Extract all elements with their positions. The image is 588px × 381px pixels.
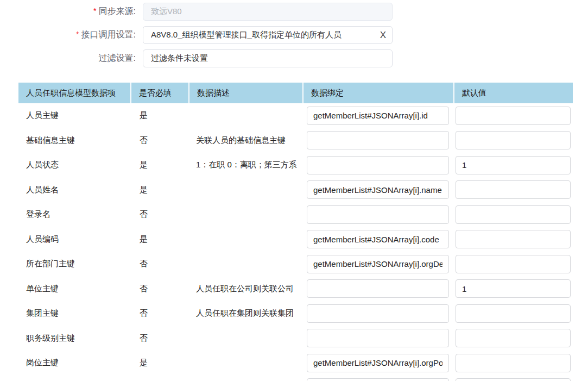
binding-input[interactable] — [307, 230, 449, 248]
default-input[interactable] — [456, 329, 571, 347]
binding-input[interactable] — [307, 255, 449, 273]
cell-item: 单位主键 — [18, 284, 130, 294]
form-row-sync-source: *同步来源: — [0, 3, 588, 21]
cell-required: 是 — [130, 110, 188, 121]
cell-default — [453, 354, 573, 372]
cell-required: 否 — [130, 308, 188, 318]
clear-icon[interactable]: X — [380, 30, 386, 40]
cell-required: 是 — [130, 185, 188, 195]
interface-setting-label: *接口调用设置: — [0, 29, 136, 41]
cell-binding — [302, 329, 453, 347]
table-row: 人员姓名 是 — [18, 178, 573, 203]
table-row: 职务级别主键 否 — [18, 326, 573, 351]
cell-required: 否 — [130, 333, 188, 343]
table-row: 岗位主键 是 — [18, 351, 573, 376]
cell-binding — [302, 131, 453, 149]
required-asterisk: * — [93, 7, 96, 15]
binding-input[interactable] — [307, 279, 449, 298]
cell-desc: 人员任职在集团则关联集团 — [188, 308, 302, 318]
cell-binding — [302, 156, 453, 174]
default-input[interactable] — [456, 378, 571, 381]
cell-default — [453, 304, 573, 323]
cell-required: 是 — [130, 358, 188, 368]
cell-item: 人员姓名 — [18, 185, 130, 195]
cell-binding — [302, 304, 453, 323]
sync-source-label-text: 同步来源: — [99, 7, 136, 16]
cell-item: 登录名 — [18, 209, 130, 220]
binding-input[interactable] — [307, 205, 449, 224]
interface-setting-label-text: 接口调用设置: — [81, 30, 136, 39]
default-input[interactable] — [456, 304, 571, 323]
cell-item: 人员状态 — [18, 160, 130, 170]
cell-binding — [302, 378, 453, 381]
cell-required: 否 — [130, 135, 188, 146]
sync-source-input — [143, 3, 393, 21]
cell-binding — [302, 107, 453, 125]
table-row: 所在部门主键 否 — [18, 252, 573, 277]
table-row — [18, 376, 573, 381]
cell-default — [453, 107, 573, 125]
binding-input[interactable] — [307, 107, 449, 125]
cell-default — [453, 230, 573, 248]
binding-input[interactable] — [307, 304, 449, 323]
cell-desc: 关联人员的基础信息主键 — [188, 135, 302, 146]
cell-required: 否 — [130, 209, 188, 220]
cell-item: 基础信息主键 — [18, 135, 130, 146]
table-row: 集团主键 否 人员任职在集团则关联集团 — [18, 301, 573, 326]
cell-binding — [302, 279, 453, 298]
filter-setting-input[interactable] — [143, 49, 393, 67]
header-required-column: 是否必填 — [130, 83, 188, 103]
table-header: 人员任职信息模型数据项 是否必填 数据描述 数据绑定 默认值 — [18, 83, 573, 103]
cell-binding — [302, 230, 453, 248]
default-input[interactable] — [456, 279, 571, 298]
filter-setting-label-text: 过滤设置: — [99, 53, 136, 63]
binding-input[interactable] — [307, 329, 449, 347]
default-input[interactable] — [456, 255, 571, 273]
table-row: 人员状态 是 1：在职 0：离职；第三方系 — [18, 153, 573, 178]
header-desc-column: 数据描述 — [188, 83, 302, 103]
default-input[interactable] — [456, 156, 571, 174]
cell-default — [453, 205, 573, 224]
cell-default — [453, 279, 573, 298]
required-asterisk: * — [76, 30, 79, 39]
binding-input[interactable] — [307, 156, 449, 174]
cell-item: 人员主键 — [18, 110, 130, 121]
table-row: 基础信息主键 否 关联人员的基础信息主键 — [18, 128, 573, 153]
default-input[interactable] — [456, 180, 571, 199]
binding-input[interactable] — [307, 354, 449, 372]
default-input[interactable] — [456, 205, 571, 224]
header-binding-column: 数据绑定 — [302, 83, 453, 103]
default-input[interactable] — [456, 107, 571, 125]
cell-binding — [302, 354, 453, 372]
sync-source-input-wrap — [143, 3, 393, 21]
cell-default — [453, 378, 573, 381]
default-input[interactable] — [456, 131, 571, 149]
cell-item: 人员编码 — [18, 234, 130, 245]
cell-default — [453, 131, 573, 149]
cell-required: 否 — [130, 259, 188, 269]
table-row: 登录名 否 — [18, 202, 573, 227]
cell-desc: 1：在职 0：离职；第三方系 — [188, 160, 302, 170]
cell-item: 所在部门主键 — [18, 259, 130, 269]
cell-default — [453, 255, 573, 273]
interface-setting-input[interactable] — [143, 26, 393, 44]
table-row: 人员主键 是 — [18, 103, 573, 128]
form-row-interface-setting: *接口调用设置: X — [0, 26, 588, 44]
default-input[interactable] — [456, 354, 571, 372]
table-body: 人员主键 是 基础信息主键 否 关联人员的基础信息主键 人员状态 是 1：在职 … — [18, 103, 573, 381]
filter-setting-label: 过滤设置: — [0, 53, 136, 64]
cell-default — [453, 156, 573, 174]
sync-source-label: *同步来源: — [0, 6, 136, 17]
cell-item: 岗位主键 — [18, 358, 130, 368]
cell-binding — [302, 205, 453, 224]
binding-input[interactable] — [307, 131, 449, 149]
header-item-column: 人员任职信息模型数据项 — [18, 83, 130, 103]
cell-desc: 人员任职在公司则关联公司 — [188, 284, 302, 294]
default-input[interactable] — [456, 230, 571, 248]
cell-required: 是 — [130, 160, 188, 170]
binding-input[interactable] — [307, 180, 449, 199]
mapping-table: 人员任职信息模型数据项 是否必填 数据描述 数据绑定 默认值 人员主键 是 基础… — [18, 83, 573, 381]
cell-binding — [302, 255, 453, 273]
cell-required: 是 — [130, 234, 188, 245]
binding-input[interactable] — [307, 378, 449, 381]
